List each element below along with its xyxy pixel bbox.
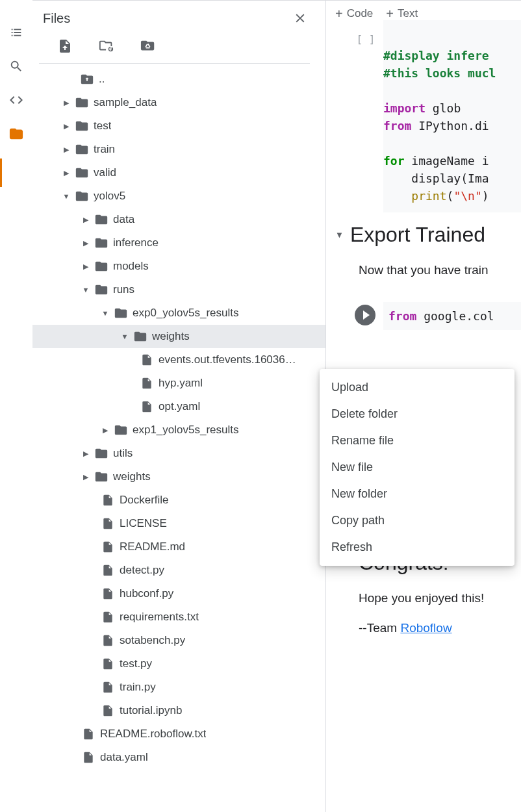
tree-parent-dir[interactable]: ..	[32, 68, 325, 91]
file-icon	[100, 563, 116, 578]
tree-folder-utils[interactable]: ▶ utils	[32, 442, 325, 465]
tree-file-trainpy[interactable]: train.py	[32, 676, 325, 699]
files-panel: Files .. ▶	[32, 0, 326, 812]
menu-item-copy-path[interactable]: Copy path	[320, 507, 515, 534]
toc-icon[interactable]	[8, 25, 24, 40]
files-icon[interactable]	[8, 126, 24, 142]
tree-folder-valid[interactable]: ▶ valid	[32, 161, 325, 184]
roboflow-link[interactable]: Roboflow	[400, 621, 451, 635]
run-cell-button[interactable]	[355, 305, 375, 325]
tree-label: exp1_yolov5s_results	[133, 424, 238, 437]
tree-folder-weights-selected[interactable]: ▼ weights	[32, 325, 325, 348]
collapse-section-icon[interactable]: ▼	[335, 230, 344, 240]
menu-item-new-folder[interactable]: New folder	[320, 481, 515, 507]
folder-icon	[74, 165, 90, 181]
tree-label: valid	[94, 166, 116, 179]
code-cell[interactable]: from google.col	[348, 302, 521, 330]
file-icon	[139, 399, 155, 414]
file-icon	[139, 375, 155, 391]
file-icon	[100, 492, 116, 508]
code-editor[interactable]: from google.col	[383, 302, 521, 330]
chevron-down-icon[interactable]: ▼	[100, 309, 110, 317]
tree-file-sotabench[interactable]: sotabench.py	[32, 629, 325, 652]
tree-folder-runs[interactable]: ▼ runs	[32, 278, 325, 301]
chevron-right-icon[interactable]: ▶	[100, 426, 110, 435]
chevron-right-icon[interactable]: ▶	[81, 473, 91, 481]
menu-item-rename-file[interactable]: Rename file	[320, 427, 515, 454]
tree-label: weights	[152, 330, 190, 343]
tree-label: exp0_yolov5s_results	[133, 307, 238, 320]
refresh-folder-icon[interactable]	[99, 38, 114, 54]
tree-file-datayaml[interactable]: data.yaml	[32, 746, 325, 769]
tree-file-license[interactable]: LICENSE	[32, 512, 325, 535]
tree-folder-models[interactable]: ▶ models	[32, 255, 325, 278]
menu-item-upload[interactable]: Upload	[320, 374, 515, 401]
tree-file-hubconf[interactable]: hubconf.py	[32, 582, 325, 605]
menu-item-new-file[interactable]: New file	[320, 454, 515, 481]
chevron-right-icon[interactable]: ▶	[61, 146, 71, 154]
tree-file-readme-roboflow[interactable]: README.roboflow.txt	[32, 722, 325, 746]
search-icon[interactable]	[8, 58, 24, 74]
code-keyword: from	[383, 119, 411, 133]
tree-label: LICENSE	[120, 517, 167, 530]
plus-icon: +	[335, 7, 343, 20]
code-cell[interactable]: [ ] #display infere #this looks mucl imp…	[348, 29, 521, 212]
folder-icon	[133, 329, 148, 344]
tree-label: detect.py	[120, 564, 164, 577]
add-text-cell-button[interactable]: + Text	[386, 7, 418, 20]
tree-file-tutorial[interactable]: tutorial.ipynb	[32, 699, 325, 722]
tree-folder-exp0[interactable]: ▼ exp0_yolov5s_results	[32, 301, 325, 325]
chevron-down-icon[interactable]: ▼	[81, 286, 91, 294]
chevron-right-icon[interactable]: ▶	[81, 450, 91, 458]
tree-folder-weights[interactable]: ▶ weights	[32, 465, 325, 488]
tree-file-detect[interactable]: detect.py	[32, 559, 325, 582]
upload-file-icon[interactable]	[57, 38, 73, 54]
folder-icon	[113, 422, 129, 438]
tree-file-requirements[interactable]: requirements.txt	[32, 605, 325, 629]
folder-icon	[94, 212, 109, 227]
tree-folder-exp1[interactable]: ▶ exp1_yolov5s_results	[32, 418, 325, 442]
tree-file-readme-md[interactable]: README.md	[32, 535, 325, 559]
code-editor[interactable]: #display infere #this looks mucl import …	[383, 20, 521, 212]
tree-label: train.py	[120, 681, 156, 694]
tree-file-opt[interactable]: opt.yaml	[32, 395, 325, 418]
tree-folder-test[interactable]: ▶ test	[32, 114, 325, 138]
chevron-right-icon[interactable]: ▶	[61, 169, 71, 177]
tree-file-dockerfile[interactable]: Dockerfile	[32, 488, 325, 512]
chevron-right-icon[interactable]: ▶	[81, 216, 91, 224]
chevron-right-icon[interactable]: ▶	[61, 122, 71, 131]
chevron-down-icon[interactable]: ▼	[120, 333, 130, 340]
close-icon[interactable]	[285, 8, 315, 28]
tree-file-events[interactable]: events.out.tfevents.16036…	[32, 348, 325, 372]
add-code-cell-button[interactable]: + Code	[335, 7, 373, 20]
menu-item-delete-folder[interactable]: Delete folder	[320, 401, 515, 427]
folder-icon	[94, 469, 109, 485]
button-label: Code	[347, 7, 374, 20]
tree-folder-sample-data[interactable]: ▶ sample_data	[32, 91, 325, 114]
code-builtin: print	[411, 189, 446, 203]
tree-label: data.yaml	[100, 751, 148, 764]
tree-label: models	[113, 260, 149, 273]
snippets-icon[interactable]	[8, 92, 24, 108]
chevron-right-icon[interactable]: ▶	[81, 239, 91, 247]
tree-label: train	[94, 143, 115, 156]
menu-item-refresh[interactable]: Refresh	[320, 534, 515, 561]
folder-icon	[94, 282, 109, 298]
code-text: glob	[426, 101, 461, 115]
tree-folder-yolov5[interactable]: ▼ yolov5	[32, 184, 325, 208]
tree-file-hyp[interactable]: hyp.yaml	[32, 372, 325, 395]
tree-label: README.roboflow.txt	[100, 728, 206, 741]
cell-exec-indicator[interactable]: [ ]	[348, 29, 383, 212]
mount-drive-icon[interactable]	[140, 38, 156, 54]
tree-file-testpy[interactable]: test.py	[32, 652, 325, 676]
tree-folder-train[interactable]: ▶ train	[32, 138, 325, 161]
tree-folder-inference[interactable]: ▶ inference	[32, 231, 325, 255]
chevron-right-icon[interactable]: ▶	[61, 99, 71, 107]
markdown-cell[interactable]: ▼ Export Trained Now that you have train	[326, 212, 521, 285]
code-text: display(Ima	[383, 171, 489, 185]
tree-label: hyp.yaml	[159, 377, 203, 390]
chevron-down-icon[interactable]: ▼	[61, 192, 71, 200]
chevron-right-icon[interactable]: ▶	[81, 262, 91, 271]
tree-folder-data[interactable]: ▶ data	[32, 208, 325, 231]
code-keyword: from	[388, 309, 416, 323]
